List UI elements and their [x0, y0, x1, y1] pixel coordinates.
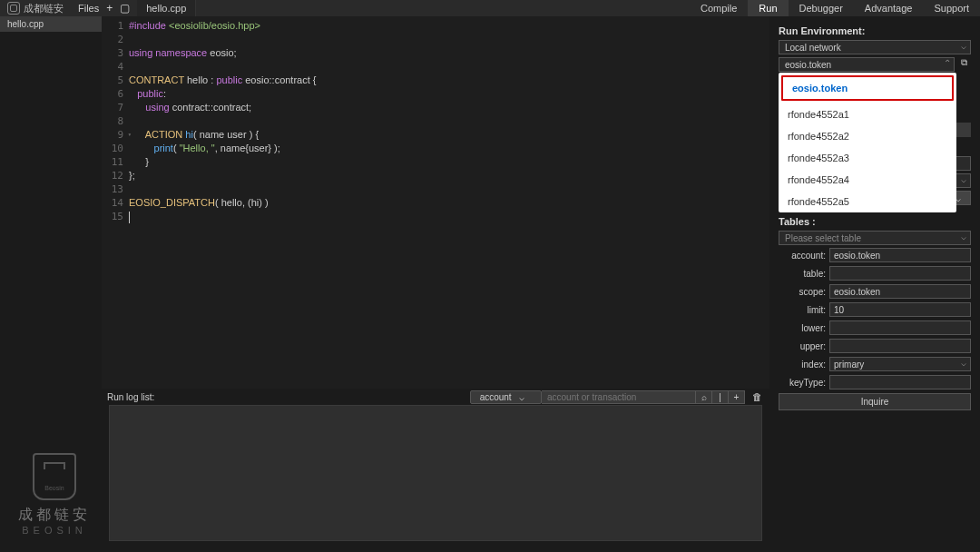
menu-advantage[interactable]: Advantage — [854, 0, 924, 16]
watermark-shield-icon — [33, 453, 76, 500]
runlog-filter-select[interactable]: account ⌵ — [470, 390, 542, 404]
upper-field-input[interactable] — [829, 339, 971, 353]
tab-hello-cpp[interactable]: hello.cpp — [137, 0, 196, 16]
brand-icon — [7, 2, 20, 15]
upper-field-row: upper: — [779, 339, 971, 353]
dropdown-item[interactable]: rfonde4552a1 — [779, 104, 956, 125]
runlog-controls: account ⌵ ⌕ | + 🗑 — [470, 390, 764, 404]
line-number: 2 — [102, 33, 129, 46]
dropdown-item[interactable]: rfonde4552a5 — [779, 191, 956, 212]
scope-field-label: scope: — [779, 287, 826, 297]
line-number: 6 — [102, 87, 129, 101]
menu-compile[interactable]: Compile — [690, 0, 748, 16]
line-number: 3 — [102, 46, 129, 60]
code-line[interactable]: CONTRACT hello : public eosio::contract … — [129, 74, 769, 87]
tab-bar: hello.cpp — [137, 0, 196, 16]
line-number: 11 — [102, 155, 129, 169]
runlog-header: Run log list: account ⌵ ⌕ | + 🗑 — [102, 389, 769, 405]
limit-field-input[interactable] — [829, 302, 971, 317]
line-number: 7 — [102, 101, 129, 114]
copy-icon[interactable]: ⧉ — [957, 57, 970, 72]
table-select-placeholder: Please select table — [785, 233, 861, 243]
account-field-input[interactable] — [829, 248, 971, 262]
limit-field-row: limit: — [779, 302, 971, 317]
line-number: 12 — [102, 169, 129, 182]
dropdown-item[interactable]: rfonde4552a2 — [779, 125, 956, 147]
top-bar: 成都链安 Files + ▢ hello.cpp Compile Run Deb… — [0, 0, 980, 16]
scope-field-row: scope: — [779, 284, 971, 299]
code-line[interactable]: ACTION hi( name user ) { — [129, 128, 769, 142]
code-line[interactable]: print( "Hello, ", name{user} ); — [129, 142, 769, 155]
line-number: 9 — [102, 128, 129, 142]
code-line[interactable] — [129, 210, 769, 223]
tables-title: Tables : — [779, 216, 971, 227]
account-select-value: eosio.token — [785, 60, 831, 70]
line-number: 13 — [102, 182, 129, 196]
menu-debugger[interactable]: Debugger — [789, 0, 854, 16]
index-field-row: index: primary — [779, 357, 971, 371]
upper-field-label: upper: — [779, 341, 826, 351]
code-line[interactable]: using contract::contract; — [129, 101, 769, 114]
line-number: 5 — [102, 74, 129, 87]
top-menu: Compile Run Debugger Advantage Support — [690, 0, 980, 16]
file-tree-item[interactable]: hello.cpp — [0, 16, 102, 32]
table-field-input[interactable] — [829, 266, 971, 281]
table-field-label: table: — [779, 269, 826, 279]
dropdown-item[interactable]: rfonde4552a4 — [779, 169, 956, 191]
menu-support[interactable]: Support — [923, 0, 980, 16]
menu-run[interactable]: Run — [748, 0, 788, 16]
folder-icon[interactable]: ▢ — [120, 2, 130, 15]
table-select[interactable]: Please select table — [779, 231, 971, 245]
account-field-row: account: — [779, 248, 971, 262]
code-line[interactable]: }; — [129, 169, 769, 182]
code-line[interactable]: public: — [129, 87, 769, 101]
index-field-select[interactable]: primary — [829, 357, 971, 371]
keytype-field-label: keyType: — [779, 378, 826, 388]
editor-code[interactable]: #include <eosiolib/eosio.hpp> using name… — [129, 16, 769, 389]
lower-field-row: lower: — [779, 320, 971, 335]
code-line[interactable]: } — [129, 155, 769, 169]
code-editor[interactable]: 123456789101112131415 #include <eosiolib… — [102, 16, 769, 389]
lower-field-label: lower: — [779, 323, 826, 333]
account-select[interactable]: eosio.token — [779, 57, 955, 72]
account-dropdown: eosio.tokenrfonde4552a1rfonde4552a2rfond… — [779, 73, 956, 212]
code-line[interactable] — [129, 182, 769, 196]
runlog-search-button[interactable]: ⌕ — [696, 390, 712, 404]
code-line[interactable] — [129, 60, 769, 74]
network-select-value: Local network — [785, 43, 841, 53]
runlog-body — [109, 405, 762, 541]
files-label: Files — [78, 3, 99, 14]
code-line[interactable] — [129, 33, 769, 46]
logo: 成都链安 — [0, 2, 71, 15]
runlog-search-input[interactable] — [542, 390, 696, 404]
keytype-field-input[interactable] — [829, 375, 971, 389]
new-file-icon[interactable]: + — [106, 2, 113, 15]
network-select[interactable]: Local network — [779, 40, 971, 54]
table-field-row: table: — [779, 266, 971, 281]
line-number: 14 — [102, 196, 129, 210]
code-line[interactable]: EOSIO_DISPATCH( hello, (hi) ) — [129, 196, 769, 210]
brand-text: 成都链安 — [24, 2, 64, 15]
code-line[interactable]: #include <eosiolib/eosio.hpp> — [129, 19, 769, 33]
watermark: 成都链安 BEOSIN — [18, 453, 91, 536]
runlog-divider-button[interactable]: | — [712, 390, 729, 404]
editor-gutter: 123456789101112131415 — [102, 16, 129, 389]
watermark-cn: 成都链安 — [18, 506, 91, 525]
inquire-button[interactable]: Inquire — [779, 393, 971, 410]
index-field-label: index: — [779, 360, 826, 370]
code-line[interactable] — [129, 114, 769, 128]
code-line[interactable]: using namespace eosio; — [129, 46, 769, 60]
files-section: Files + ▢ — [71, 2, 137, 15]
lower-field-input[interactable] — [829, 320, 971, 335]
account-select-row: eosio.token ⧉ — [779, 57, 971, 72]
line-number: 4 — [102, 60, 129, 74]
limit-field-label: limit: — [779, 305, 826, 315]
runlog-add-button[interactable]: + — [729, 390, 745, 404]
account-field-label: account: — [779, 251, 826, 261]
scope-field-input[interactable] — [829, 284, 971, 299]
dropdown-item[interactable]: rfonde4552a3 — [779, 147, 956, 169]
watermark-en: BEOSIN — [18, 525, 91, 536]
runlog-clear-icon[interactable]: 🗑 — [750, 390, 764, 404]
line-number: 1 — [102, 19, 129, 33]
dropdown-item-highlighted[interactable]: eosio.token — [781, 75, 954, 101]
